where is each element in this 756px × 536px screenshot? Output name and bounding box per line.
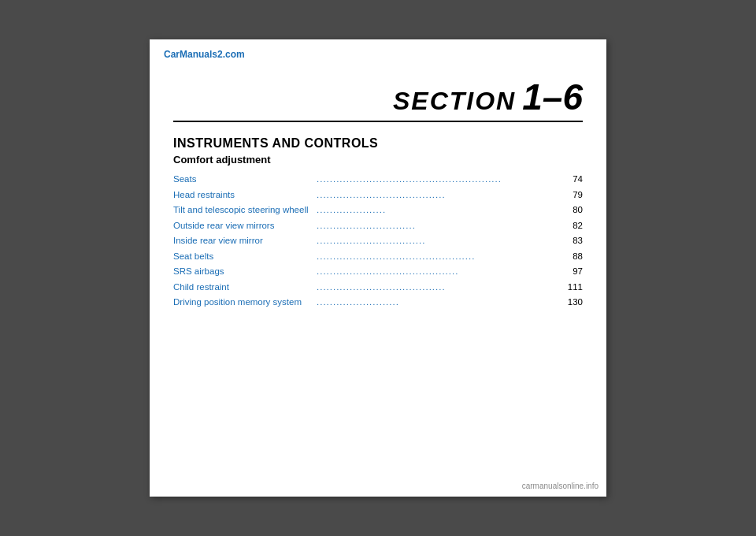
main-title: INSTRUMENTS AND CONTROLS	[173, 136, 583, 151]
toc-label: Head restraints	[173, 188, 315, 203]
toc-page-number: 82	[559, 218, 583, 234]
toc-dots: ........................................…	[315, 172, 559, 188]
toc-label: Seat belts	[173, 249, 315, 265]
toc-dots: ..............................	[315, 218, 559, 234]
toc-item[interactable]: Outside rear view mirrors...............…	[173, 218, 583, 234]
toc-page-number: 88	[559, 249, 583, 265]
toc-dots: .........................	[315, 295, 559, 311]
toc-item[interactable]: Seats...................................…	[173, 172, 583, 188]
toc-dots: .................................	[315, 233, 559, 249]
toc-label: Tilt and telescopic steering wheell	[173, 203, 315, 218]
toc-page-number: 74	[559, 172, 583, 188]
toc-item[interactable]: Tilt and telescopic steering wheell.....…	[173, 203, 583, 218]
bottom-watermark: carmanualsonline.info	[522, 482, 598, 490]
toc-page-number: 83	[559, 233, 583, 249]
watermark-label: CarManuals2.com	[164, 49, 245, 60]
toc-list: Seats...................................…	[173, 172, 583, 311]
toc-label: Outside rear view mirrors	[173, 218, 315, 234]
toc-item[interactable]: Driving position memory system..........…	[173, 295, 583, 311]
toc-item[interactable]: Head restraints.........................…	[173, 188, 583, 203]
section-number: 1–6	[522, 79, 583, 115]
toc-page-number: 111	[559, 280, 583, 296]
toc-item[interactable]: SRS airbags.............................…	[173, 264, 583, 280]
page-container: CarManuals2.com SECTION 1–6 INSTRUMENTS …	[150, 39, 606, 497]
toc-dots: .......................................	[315, 188, 559, 203]
toc-page-number: 79	[559, 188, 583, 203]
section-header: SECTION 1–6	[173, 79, 583, 122]
toc-dots: .....................	[315, 203, 559, 218]
toc-dots: ........................................…	[315, 264, 559, 280]
toc-item[interactable]: Child restraint.........................…	[173, 280, 583, 296]
toc-page-number: 130	[559, 295, 583, 311]
toc-page-number: 97	[559, 264, 583, 280]
toc-page-number: 80	[559, 203, 583, 218]
toc-item[interactable]: Inside rear view mirror.................…	[173, 233, 583, 249]
toc-label: Child restraint	[173, 280, 315, 296]
comfort-subtitle: Comfort adjustment	[173, 154, 583, 166]
toc-label: Inside rear view mirror	[173, 233, 315, 249]
toc-dots: ........................................…	[315, 249, 559, 265]
toc-dots: .......................................	[315, 280, 559, 296]
toc-label: Seats	[173, 172, 315, 188]
toc-item[interactable]: Seat belts..............................…	[173, 249, 583, 265]
toc-label: SRS airbags	[173, 264, 315, 280]
section-label: SECTION	[393, 87, 516, 116]
toc-label: Driving position memory system	[173, 295, 315, 311]
